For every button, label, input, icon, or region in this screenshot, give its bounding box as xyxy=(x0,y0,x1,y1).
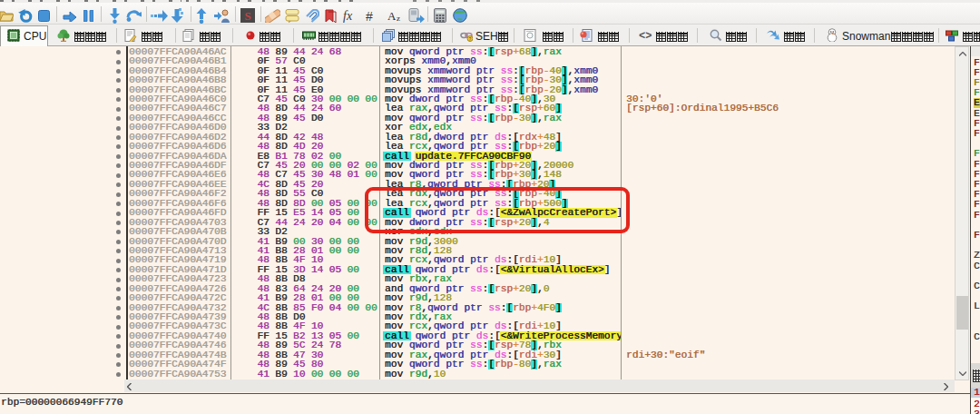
svg-text:fx: fx xyxy=(343,9,353,23)
svg-text:?: ? xyxy=(469,35,472,41)
svg-text:z: z xyxy=(397,13,400,22)
svg-text:#: # xyxy=(366,9,373,23)
svg-text:A: A xyxy=(387,9,397,23)
svg-text:S: S xyxy=(244,9,250,23)
